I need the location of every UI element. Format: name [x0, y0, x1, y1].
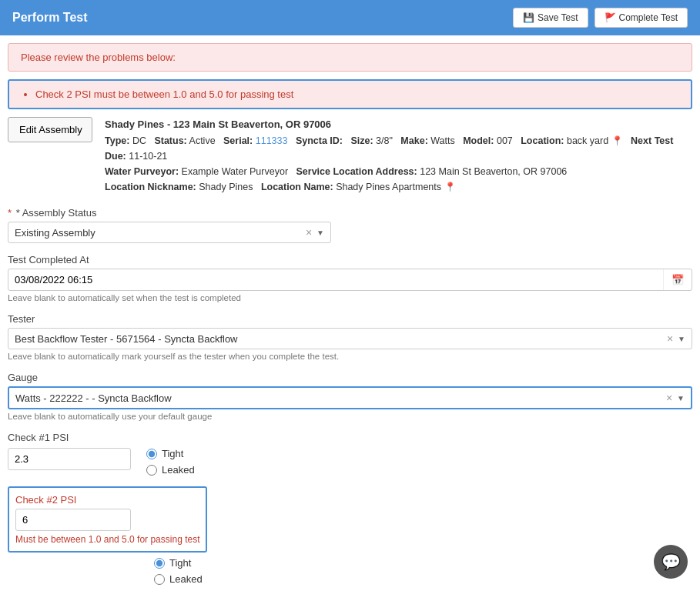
check2-tight-option[interactable]: Tight	[154, 557, 203, 569]
location-field-label: Location:	[521, 135, 564, 146]
gauge-section: Gauge Watts - 222222 - - Syncta Backflow…	[8, 372, 692, 421]
location-name-value: Shady Pines Apartments	[336, 182, 441, 192]
serial-label: Serial:	[223, 135, 253, 146]
type-value: DC	[132, 135, 146, 146]
gauge-label: Gauge	[8, 372, 692, 383]
status-value: Active	[189, 135, 216, 146]
gauge-arrow[interactable]: ▼	[677, 394, 685, 402]
check1-tight-radio[interactable]	[146, 449, 157, 459]
assembly-status-section: * * Assembly Status Existing Assembly × …	[8, 207, 692, 243]
serial-link[interactable]: 111333	[256, 135, 288, 146]
check2-error-message: Must be between 1.0 and 5.0 for passing …	[15, 534, 199, 545]
check2-label: Check #2 PSI	[15, 494, 199, 506]
water-purveyor-value: Example Water Purveyor	[182, 166, 288, 177]
header: Perform Test 💾 Save Test 🚩 Complete Test	[0, 0, 700, 35]
service-location-label: Service Location Address:	[296, 166, 417, 177]
location-nickname-label: Location Nickname:	[105, 182, 196, 192]
check1-psi-row: Tight Leaked	[8, 448, 692, 476]
page-title: Perform Test	[12, 11, 88, 25]
test-completed-input[interactable]	[8, 269, 663, 290]
check1-section: Check #1 PSI Tight Leaked	[8, 432, 692, 476]
gauge-value: Watts - 222222 - - Syncta Backflow	[15, 392, 666, 404]
check1-radio-group: Tight Leaked	[146, 448, 195, 476]
assembly-status-select[interactable]: Existing Assembly × ▼	[8, 222, 331, 243]
check2-radio-group: Tight Leaked	[154, 557, 203, 585]
assembly-info: Shady Pines - 123 Main St Beaverton, OR …	[105, 117, 692, 195]
check1-leaked-label: Leaked	[162, 464, 195, 476]
gauge-clear[interactable]: ×	[666, 392, 672, 404]
assembly-status-arrow[interactable]: ▼	[317, 229, 324, 237]
check2-section: Check #2 PSI Must be between 1.0 and 5.0…	[8, 486, 692, 585]
size-value: 3/8"	[376, 135, 393, 146]
required-star: *	[8, 207, 12, 219]
test-completed-label: Test Completed At	[8, 254, 692, 265]
alert-message: Please review the problems below:	[21, 52, 176, 63]
check2-tight-radio[interactable]	[154, 558, 165, 569]
alert-banner: Please review the problems below:	[8, 43, 692, 72]
assembly-row: Edit Assembly Shady Pines - 123 Main St …	[8, 117, 692, 195]
check1-tight-option[interactable]: Tight	[146, 448, 195, 459]
tester-value: Best Backflow Tester - 5671564 - Syncta …	[15, 333, 667, 345]
content-area: Edit Assembly Shady Pines - 123 Main St …	[0, 109, 700, 591]
test-completed-hint: Leave blank to automatically set when th…	[8, 293, 692, 302]
pin-icon-2: 📍	[444, 182, 456, 192]
calendar-icon[interactable]: 📅	[663, 269, 692, 290]
tester-hint: Leave blank to automatically mark yourse…	[8, 352, 692, 361]
check1-psi-input[interactable]	[8, 448, 131, 470]
service-location-value: 123 Main St Beaverton, OR 97006	[420, 166, 567, 177]
check2-leaked-radio[interactable]	[154, 574, 165, 585]
assembly-location: Shady Pines - 123 Main St Beaverton, OR …	[105, 119, 331, 130]
check2-wrapper: Check #2 PSI Must be between 1.0 and 5.0…	[8, 486, 207, 553]
test-completed-input-wrapper: 📅	[8, 269, 692, 291]
model-value: 007	[497, 135, 513, 146]
save-icon: 💾	[523, 12, 534, 23]
status-label: Status:	[154, 135, 186, 146]
pin-icon-1: 📍	[611, 135, 623, 146]
type-label: Type:	[105, 135, 129, 146]
tester-arrow[interactable]: ▼	[678, 335, 685, 343]
error-item: Check 2 PSI must be between 1.0 and 5.0 …	[35, 88, 678, 100]
error-box: Check 2 PSI must be between 1.0 and 5.0 …	[8, 79, 692, 109]
assembly-status-label: * * Assembly Status	[8, 207, 692, 219]
assembly-status-value: Existing Assembly	[15, 227, 306, 239]
location-name-label: Location Name:	[261, 182, 333, 192]
check1-leaked-radio[interactable]	[146, 465, 157, 476]
flag-icon: 🚩	[605, 12, 616, 23]
error-list: Check 2 PSI must be between 1.0 and 5.0 …	[22, 88, 678, 100]
next-test-value: 11-10-21	[129, 151, 167, 162]
check2-psi-row: Tight Leaked	[8, 557, 692, 585]
water-purveyor-label: Water Purveyor:	[105, 166, 179, 177]
save-test-button[interactable]: 💾 Save Test	[513, 8, 588, 28]
tester-select[interactable]: Best Backflow Tester - 5671564 - Syncta …	[8, 328, 692, 349]
check2-leaked-label: Leaked	[169, 573, 203, 585]
check2-psi-input[interactable]	[15, 509, 131, 531]
chat-icon: 💬	[661, 553, 681, 571]
gauge-hint: Leave blank to automatically use your de…	[8, 412, 692, 421]
size-label: Size:	[350, 135, 373, 146]
make-value: Watts	[430, 135, 454, 146]
check2-tight-label: Tight	[169, 557, 191, 569]
gauge-select[interactable]: Watts - 222222 - - Syncta Backflow × ▼	[8, 386, 692, 409]
tester-label: Tester	[8, 313, 692, 325]
check1-input-wrapper	[8, 448, 131, 470]
syncta-id-label: Syncta ID:	[296, 135, 343, 146]
tester-clear[interactable]: ×	[667, 332, 673, 345]
chat-button[interactable]: 💬	[654, 545, 688, 579]
complete-test-button[interactable]: 🚩 Complete Test	[594, 8, 688, 28]
check1-tight-label: Tight	[162, 448, 183, 459]
assembly-status-clear[interactable]: ×	[306, 226, 312, 239]
test-completed-at-section: Test Completed At 📅 Leave blank to autom…	[8, 254, 692, 302]
location-nickname-value: Shady Pines	[199, 182, 253, 192]
make-label: Make:	[400, 135, 427, 146]
check1-label: Check #1 PSI	[8, 432, 692, 443]
model-label: Model:	[463, 135, 494, 146]
header-buttons: 💾 Save Test 🚩 Complete Test	[513, 8, 688, 28]
edit-assembly-button[interactable]: Edit Assembly	[8, 117, 92, 142]
location-field-value: back yard	[567, 135, 608, 146]
tester-section: Tester Best Backflow Tester - 5671564 - …	[8, 313, 692, 361]
check2-leaked-option[interactable]: Leaked	[154, 573, 203, 585]
check1-leaked-option[interactable]: Leaked	[146, 464, 195, 476]
